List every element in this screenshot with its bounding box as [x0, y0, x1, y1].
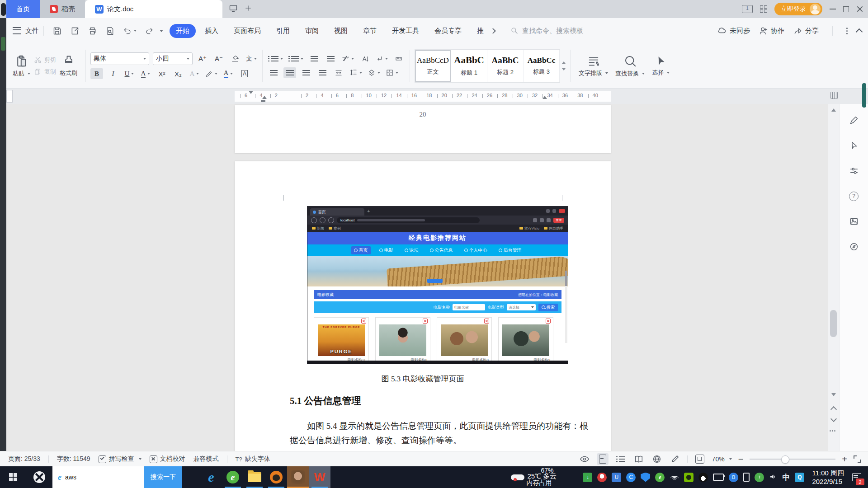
menu-tab[interactable]: 插入 [198, 24, 225, 38]
style-scroll-up-icon[interactable] [562, 61, 566, 64]
tab-home[interactable]: 首页 [6, 0, 40, 18]
save-icon[interactable] [52, 26, 62, 36]
style-item[interactable]: AaBbCcD正文 [415, 50, 451, 82]
command-search[interactable]: 查找命令、搜索模板 [510, 27, 583, 35]
next-page-button[interactable] [830, 417, 837, 423]
line-spacing-button[interactable] [349, 67, 363, 78]
tray-update-icon[interactable]: C [626, 473, 636, 482]
tab-document[interactable]: W 论文.doc [85, 0, 222, 18]
fit-page-icon[interactable] [694, 453, 706, 465]
page-indicator[interactable]: 页面: 25/33 [8, 455, 40, 463]
fullscreen-icon[interactable] [854, 455, 861, 463]
text-layout-button[interactable]: 文字排版 [575, 53, 612, 79]
weather-memory-widget[interactable]: 67% 25℃ 多云 内存占用 [510, 466, 578, 488]
word-count[interactable]: 字数: 11549 [57, 455, 90, 463]
shading-button[interactable] [367, 67, 381, 78]
zoom-level-button[interactable]: 70% [712, 455, 732, 463]
file-explorer-app-button[interactable] [244, 466, 265, 488]
zoom-slider-knob[interactable] [781, 455, 789, 464]
taskbar-clock[interactable]: 11:00 周四 2022/9/15 [812, 469, 844, 486]
align-left-button[interactable] [267, 67, 280, 78]
spell-check-toggle[interactable]: 拼写检查 [99, 455, 142, 463]
menu-tab[interactable]: 会员专享 [428, 24, 468, 38]
menu-tab[interactable]: 视图 [328, 24, 354, 38]
workspace-grid-icon[interactable] [760, 5, 767, 13]
help-icon[interactable]: ? [849, 191, 859, 202]
cast-screen-icon[interactable] [229, 4, 238, 14]
missing-font-button[interactable]: T? 缺失字体 [236, 455, 270, 463]
adjust-slider-icon[interactable] [849, 165, 859, 176]
copy-button[interactable]: 复制 [34, 68, 56, 76]
tray-battery-icon[interactable] [713, 474, 724, 481]
redo-icon[interactable] [145, 26, 154, 35]
tray-security-shield-icon[interactable] [641, 473, 650, 482]
export-icon[interactable] [70, 26, 80, 36]
minimize-button[interactable] [830, 9, 836, 9]
print-icon[interactable] [88, 26, 97, 36]
ruler-toggle-icon[interactable] [830, 92, 838, 99]
zoom-slider[interactable] [750, 459, 835, 460]
justify-button[interactable] [316, 67, 329, 78]
highlight-button[interactable] [204, 68, 218, 79]
select-cursor-icon[interactable] [849, 140, 859, 151]
left-indent-marker[interactable] [261, 100, 265, 102]
tray-driver-icon[interactable]: ↓ [583, 473, 592, 482]
taskbar-search-button[interactable]: 搜索一下 [144, 466, 182, 488]
browser-360-app-button[interactable]: e [222, 466, 244, 488]
tray-green-shield-icon[interactable]: + [755, 473, 764, 482]
menu-tab[interactable]: 引用 [270, 24, 296, 38]
find-replace-button[interactable]: 查找替换 [612, 52, 648, 80]
shrink-font-button[interactable]: A⁻ [212, 53, 225, 64]
font-name-select[interactable]: 黑体 [90, 52, 149, 65]
style-item[interactable]: AaBbCc标题 3 [524, 50, 560, 82]
tray-ime-icon[interactable]: 中 [782, 472, 790, 483]
annotate-pen-icon[interactable] [849, 115, 859, 126]
tab-ruler-button[interactable] [392, 53, 405, 64]
collapse-ribbon-icon[interactable] [856, 28, 863, 35]
scrollbar-more-icon[interactable] [832, 430, 833, 432]
proofread-button[interactable]: 文档校对 [150, 455, 185, 463]
cat-app-button[interactable] [265, 466, 287, 488]
underline-style-button[interactable]: A [139, 68, 152, 79]
quick-access-caret[interactable] [160, 30, 163, 32]
taskbar-search-input[interactable] [64, 473, 134, 481]
tray-nvidia-icon[interactable] [684, 473, 693, 482]
notification-center-button[interactable]: 2 [849, 466, 864, 488]
file-menu[interactable]: 文件 [25, 27, 39, 35]
decrease-indent-button[interactable] [308, 53, 321, 64]
tray-bluetooth-icon[interactable]: B [729, 473, 738, 482]
pinwheel-app-button[interactable] [26, 466, 52, 488]
wps-app-button[interactable]: W [309, 466, 330, 488]
font-size-select[interactable]: 小四 [153, 52, 193, 65]
undo-icon[interactable] [123, 26, 137, 35]
menu-tab[interactable]: 开始 [170, 24, 196, 38]
login-button[interactable]: 立即登录 [774, 3, 822, 15]
grow-font-button[interactable]: A⁺ [196, 53, 209, 64]
eye-protect-icon[interactable] [579, 453, 590, 465]
document-canvas[interactable]: 20 首页 + [6, 104, 828, 451]
sort-button[interactable] [359, 53, 371, 64]
tray-q-app-icon[interactable]: Q [795, 473, 804, 482]
tray-browser-icon[interactable]: e [655, 473, 665, 482]
hanging-indent-marker[interactable] [262, 96, 267, 99]
hamburger-icon[interactable] [13, 27, 21, 34]
compat-mode-label[interactable]: 兼容模式 [193, 455, 219, 463]
pinyin-guide-button[interactable]: 文 [245, 53, 258, 64]
scroll-up-icon[interactable] [831, 108, 836, 112]
tray-ninja-icon[interactable] [597, 473, 607, 482]
split-window-icon[interactable]: 1 [742, 5, 753, 13]
zoom-in-button[interactable]: + [842, 454, 847, 465]
numbered-list-button[interactable] [288, 53, 304, 64]
paste-button[interactable]: 粘贴 [9, 52, 34, 80]
taskbar-search-box[interactable]: e 搜索一下 [52, 466, 182, 488]
borders-button[interactable] [385, 67, 399, 78]
font-color-button[interactable]: A [222, 68, 235, 79]
print-preview-icon[interactable] [105, 26, 115, 36]
cut-button[interactable]: 剪切 [34, 56, 56, 64]
photo-app-button[interactable] [287, 466, 309, 488]
embedded-screenshot-figure[interactable]: 首页 + localhost [307, 206, 568, 364]
align-right-button[interactable] [300, 67, 312, 78]
navigation-compass-icon[interactable] [849, 241, 859, 252]
side-panel-handle[interactable] [862, 83, 866, 108]
page-view-button[interactable] [597, 453, 609, 465]
